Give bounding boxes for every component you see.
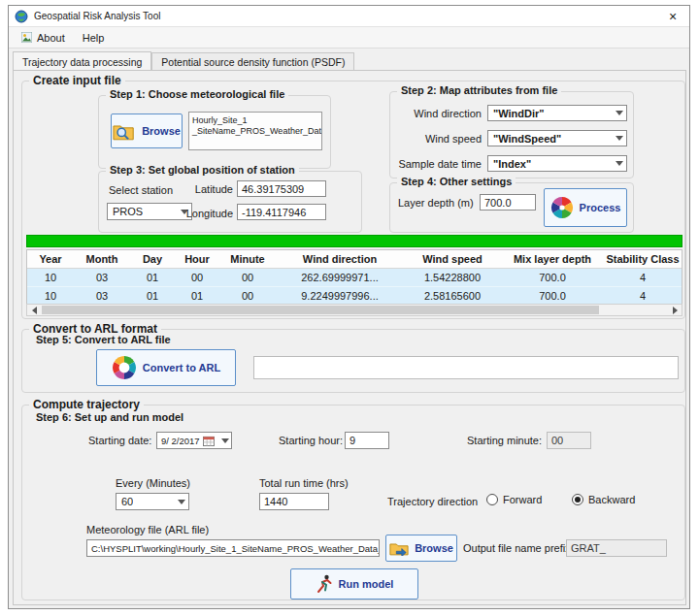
chevron-down-icon[interactable] <box>616 136 623 141</box>
tab-strip: Trajectory data processing Potential sou… <box>13 50 354 70</box>
chevron-down-icon[interactable] <box>616 161 623 166</box>
process-label: Process <box>580 202 621 213</box>
table-cell[interactable]: 10 <box>27 272 74 283</box>
every-minutes-select[interactable]: 60 <box>116 493 189 510</box>
total-run-time-field[interactable]: 1440 <box>259 493 329 510</box>
runner-icon <box>316 574 333 594</box>
table-cell[interactable]: 10 <box>27 290 74 302</box>
backward-radio[interactable]: Backward <box>572 494 635 505</box>
table-cell[interactable]: 00 <box>175 272 219 283</box>
calendar-icon[interactable] <box>203 436 215 446</box>
table-cell[interactable]: 01 <box>175 290 219 302</box>
table-cell[interactable]: 03 <box>74 290 130 302</box>
menu-bar: About Help <box>9 27 689 49</box>
starting-date-picker[interactable]: 9/ 2/2017 <box>156 432 232 449</box>
folder-search-icon <box>113 122 136 141</box>
station-select[interactable]: PROS <box>107 203 192 220</box>
scrollbar-thumb[interactable] <box>42 306 599 314</box>
longitude-field[interactable]: -119.4117946 <box>237 204 326 220</box>
title-bar[interactable]: Geospatial Risk Analysis Tool × <box>9 6 689 27</box>
menu-about[interactable]: About <box>13 30 74 46</box>
table-horizontal-scrollbar[interactable] <box>26 304 682 316</box>
run-model-button[interactable]: Run model <box>290 568 418 600</box>
table-cell[interactable]: 03 <box>74 272 130 283</box>
sample-date-time-label: Sample date time <box>394 158 482 170</box>
trajectory-direction-label: Trajectory direction <box>387 496 478 507</box>
met-arl-file-field[interactable]: C:\HYSPLIT\working\Hourly_Site_1_SiteNam… <box>86 539 380 557</box>
table-header-row: Year Month Day Hour Minute Wind directio… <box>27 250 682 269</box>
table-header-cell[interactable]: Stability Class <box>604 253 682 265</box>
compute-trajectory-title: Compute trajectory <box>29 398 144 411</box>
chevron-down-icon[interactable] <box>178 500 185 504</box>
table-header-cell[interactable]: Wind speed <box>404 253 501 265</box>
forward-radio-label: Forward <box>503 494 542 505</box>
table-cell[interactable]: 00 <box>219 272 276 283</box>
output-prefix-field[interactable]: GRAT_ <box>566 539 667 557</box>
radio-selected-icon[interactable] <box>572 494 583 505</box>
table-header-cell[interactable]: Month <box>74 253 130 265</box>
tab-trajectory-data-processing[interactable]: Trajectory data processing <box>13 51 151 70</box>
table-cell[interactable]: 4 <box>604 290 682 302</box>
browse-arl-file-label: Browse <box>415 542 453 554</box>
chevron-down-icon[interactable] <box>616 111 623 115</box>
table-cell[interactable]: 700.0 <box>501 290 604 302</box>
color-wheel-icon <box>112 355 137 380</box>
table-header-cell[interactable]: Year <box>27 253 74 265</box>
step6-title: Step 6: Set up and run model <box>36 411 183 423</box>
table-cell[interactable]: 1.54228800 <box>404 272 501 283</box>
sample-date-time-select[interactable]: "Index" <box>487 155 627 172</box>
convert-progress-bar <box>253 356 679 379</box>
table-cell[interactable]: 01 <box>130 272 175 283</box>
latitude-field[interactable]: 46.39175309 <box>237 180 326 197</box>
forward-radio[interactable]: Forward <box>486 494 542 505</box>
step3-group: Step 3: Set global position of station S… <box>98 171 362 233</box>
window-title: Geospatial Risk Analysis Tool <box>34 11 160 21</box>
table-row[interactable]: 10 03 01 00 00 262.69999971... 1.5422880… <box>27 269 682 287</box>
table-cell[interactable]: 262.69999971... <box>276 272 404 283</box>
convert-to-arl-label: Convert to ARL <box>143 362 220 373</box>
scroll-left-icon[interactable] <box>27 305 41 315</box>
table-cell[interactable]: 9.2249997996... <box>276 290 404 302</box>
convert-to-arl-button[interactable]: Convert to ARL <box>96 349 236 386</box>
table-cell[interactable]: 4 <box>604 272 682 283</box>
browse-met-file-label: Browse <box>142 125 181 137</box>
scroll-right-icon[interactable] <box>668 305 682 315</box>
chevron-down-icon[interactable] <box>221 438 229 443</box>
app-window: Geospatial Risk Analysis Tool × About He… <box>8 5 690 609</box>
wind-direction-select[interactable]: "WindDir" <box>487 105 627 121</box>
folder-arrow-icon <box>389 541 409 556</box>
browse-arl-file-button[interactable]: Browse <box>385 535 457 562</box>
layer-depth-field[interactable]: 700.0 <box>480 194 536 211</box>
tab-page: Create input file Step 1: Choose meteoro… <box>13 70 686 605</box>
tab-psdf[interactable]: Potential source density function (PSDF) <box>151 52 354 70</box>
starting-hour-label: Starting hour: <box>279 435 343 446</box>
wind-direction-value: "WindDir" <box>493 108 545 119</box>
met-file-name-line2: _SiteName_PROS_Weather_Data.csv <box>192 126 318 137</box>
radio-icon[interactable] <box>486 494 498 505</box>
table-cell[interactable]: 01 <box>130 290 175 302</box>
menu-help[interactable]: Help <box>74 30 114 46</box>
process-button[interactable]: Process <box>544 188 627 227</box>
table-cell[interactable]: 2.58165600 <box>404 290 501 302</box>
create-input-file-group: Create input file Step 1: Choose meteoro… <box>21 81 685 319</box>
step5-title: Step 5: Convert to ARL file <box>36 334 171 345</box>
total-run-time-label: Total run time (hrs) <box>259 477 349 489</box>
browse-met-file-button[interactable]: Browse <box>111 113 183 148</box>
output-prefix-label: Output file name prefix <box>463 542 571 554</box>
weather-data-table: Year Month Day Hour Minute Wind directio… <box>26 249 682 304</box>
wind-speed-select[interactable]: "WindSpeed" <box>487 130 627 146</box>
step1-title: Step 1: Choose meteorological file <box>106 88 288 100</box>
process-progress-bar <box>26 235 682 247</box>
table-header-cell[interactable]: Wind direction <box>276 253 404 265</box>
table-header-cell[interactable]: Minute <box>219 253 276 265</box>
starting-date-value: 9/ 2/2017 <box>161 436 200 446</box>
close-button[interactable]: × <box>662 10 683 23</box>
table-header-cell[interactable]: Hour <box>175 253 219 265</box>
table-header-cell[interactable]: Day <box>130 253 175 265</box>
starting-hour-field[interactable]: 9 <box>345 432 389 449</box>
table-cell[interactable]: 700.0 <box>501 272 604 283</box>
table-cell[interactable]: 00 <box>219 290 276 302</box>
met-file-name-box: Hourly_Site_1 _SiteName_PROS_Weather_Dat… <box>188 112 322 150</box>
table-header-cell[interactable]: Mix layer depth <box>501 253 604 265</box>
run-model-label: Run model <box>339 578 394 590</box>
